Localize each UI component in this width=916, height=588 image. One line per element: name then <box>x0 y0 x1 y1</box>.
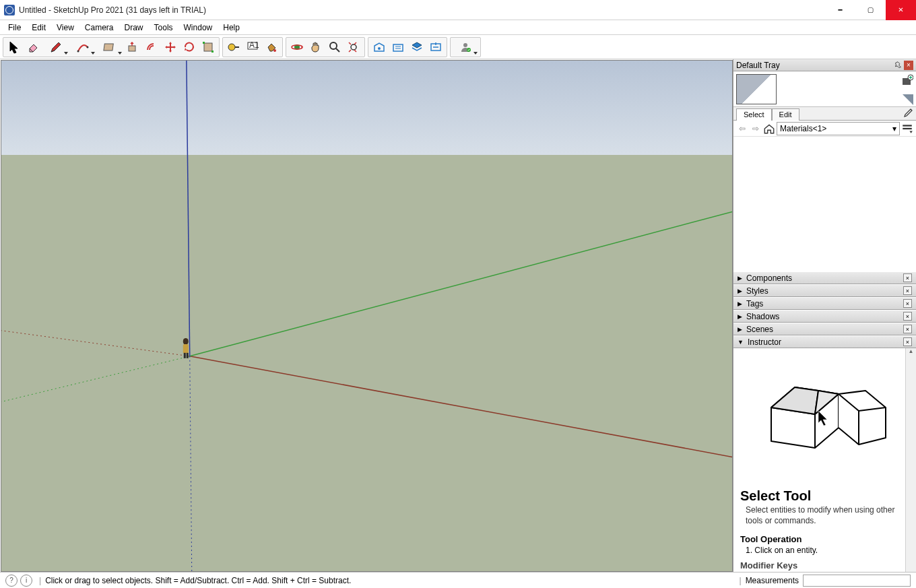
paint-bucket-tool[interactable] <box>262 38 281 56</box>
app-icon <box>4 5 15 15</box>
panel-close-button[interactable]: × <box>903 299 912 308</box>
maximize-button[interactable]: ▢ <box>855 0 886 20</box>
panel-header-components[interactable]: ▶Components× <box>733 271 916 284</box>
tray-close-button[interactable]: × <box>904 61 913 70</box>
svg-line-23 <box>1 356 190 410</box>
extension-warehouse-tool[interactable] <box>389 38 407 56</box>
minimize-button[interactable]: ━ <box>825 0 855 20</box>
dropdown-caret-icon <box>64 52 68 55</box>
menu-help[interactable]: Help <box>218 22 245 34</box>
layers-tool[interactable] <box>407 38 426 56</box>
eyedropper-icon[interactable] <box>901 108 913 120</box>
arrow-right-icon: ▶ <box>738 300 742 307</box>
warehouse-tool[interactable] <box>370 38 389 56</box>
panel-close-button[interactable]: × <box>903 337 912 346</box>
viewport-axes <box>1 61 732 571</box>
svg-rect-32 <box>903 125 912 126</box>
panel-label: Shadows <box>746 312 903 321</box>
move-tool[interactable] <box>161 38 180 56</box>
status-bar: ? i | Click or drag to select objects. S… <box>0 572 916 588</box>
svg-point-7 <box>228 44 235 51</box>
instructor-operation-step: 1. Click on an entity. <box>746 546 909 555</box>
instructor-scrollbar[interactable] <box>905 348 916 572</box>
panel-label: Styles <box>746 286 903 296</box>
help-icon[interactable]: ? <box>5 575 18 587</box>
viewport-3d[interactable] <box>1 60 733 572</box>
rotate-tool[interactable] <box>180 38 199 56</box>
arrow-right-icon: ▶ <box>738 275 742 282</box>
measurements-input[interactable] <box>803 575 911 587</box>
svg-rect-16 <box>393 44 403 51</box>
materials-library-label: Materials<1> <box>780 124 826 133</box>
toolbar: A1 <box>0 34 916 59</box>
svg-point-0 <box>77 50 79 52</box>
menu-window[interactable]: Window <box>178 22 218 34</box>
materials-tab-select[interactable]: Select <box>736 108 772 121</box>
scale-figure-icon <box>183 338 189 358</box>
panel-header-shadows[interactable]: ▶Shadows× <box>733 310 916 323</box>
menu-edit[interactable]: Edit <box>26 22 51 34</box>
pin-icon[interactable] <box>893 61 903 70</box>
select-tool[interactable] <box>5 38 24 56</box>
instructor-modifier-header: Modifier Keys <box>740 560 909 570</box>
pan-tool[interactable] <box>306 38 325 56</box>
svg-point-26 <box>183 338 189 345</box>
panel-label: Tags <box>746 299 903 308</box>
svg-rect-27 <box>183 344 189 354</box>
panel-header-scenes[interactable]: ▶Scenes× <box>733 323 916 335</box>
extension-manager-tool[interactable] <box>426 38 445 56</box>
panel-header-tags[interactable]: ▶Tags× <box>733 297 916 310</box>
user-account-tool[interactable] <box>452 38 479 56</box>
default-tray: Default Tray × Select Edit ⇦ ⇨ <box>733 59 916 572</box>
materials-library-select[interactable]: Materials<1> ▾ <box>777 122 900 135</box>
scale-tool[interactable] <box>199 38 218 56</box>
nav-forward-icon[interactable]: ⇨ <box>750 123 762 135</box>
svg-point-10 <box>273 49 276 52</box>
menu-view[interactable]: View <box>51 22 79 34</box>
menu-file[interactable]: File <box>3 22 26 34</box>
draw-line-tool[interactable] <box>42 38 69 56</box>
svg-point-15 <box>378 47 381 50</box>
menu-tools[interactable]: Tools <box>149 22 178 34</box>
panel-close-button[interactable]: × <box>903 325 912 333</box>
panel-close-button[interactable]: × <box>903 286 912 295</box>
draw-shape-tool[interactable] <box>96 38 123 56</box>
push-pull-tool[interactable] <box>123 38 142 56</box>
material-swatch[interactable] <box>736 74 777 104</box>
panel-header-styles[interactable]: ▶Styles× <box>733 284 916 297</box>
menu-camera[interactable]: Camera <box>79 22 119 34</box>
text-tool[interactable]: A1 <box>243 38 262 56</box>
panel-close-button[interactable]: × <box>903 312 912 321</box>
draw-arc-tool[interactable] <box>69 38 96 56</box>
zoom-extents-tool[interactable] <box>344 38 363 56</box>
svg-line-22 <box>190 211 732 356</box>
materials-tab-edit[interactable]: Edit <box>772 108 799 121</box>
materials-nav: ⇦ ⇨ Materials<1> ▾ <box>733 121 916 137</box>
panel-close-button[interactable]: × <box>903 273 912 282</box>
instructor-description: Select entities to modify when using oth… <box>746 505 909 526</box>
tape-measure-tool[interactable] <box>224 38 243 56</box>
panel-label: Scenes <box>746 325 903 334</box>
create-material-icon[interactable] <box>901 74 913 86</box>
instructor-title: Select Tool <box>740 488 909 504</box>
instructor-panel-body: Select Tool Select entities to modify wh… <box>733 348 916 572</box>
orbit-tool[interactable] <box>288 38 306 56</box>
main-area: Default Tray × Select Edit ⇦ ⇨ <box>0 59 916 572</box>
nav-home-icon[interactable] <box>763 123 775 135</box>
offset-tool[interactable] <box>142 38 161 56</box>
details-menu-icon[interactable] <box>901 123 913 135</box>
zoom-tool[interactable] <box>325 38 344 56</box>
svg-line-25 <box>190 356 192 571</box>
measurements-label: Measurements <box>746 576 799 585</box>
close-button[interactable]: ✕ <box>886 0 916 20</box>
nav-back-icon[interactable]: ⇦ <box>736 123 748 135</box>
tray-header[interactable]: Default Tray × <box>733 59 916 71</box>
info-icon[interactable]: i <box>20 575 32 587</box>
eraser-tool[interactable] <box>24 38 42 56</box>
svg-rect-4 <box>204 43 212 51</box>
menu-draw[interactable]: Draw <box>119 22 149 34</box>
panel-header-instructor[interactable]: ▼Instructor× <box>733 335 916 348</box>
title-bar: Untitled - SketchUp Pro 2021 (31 days le… <box>0 0 916 20</box>
materials-list[interactable] <box>733 137 916 271</box>
tray-title: Default Tray <box>736 61 892 70</box>
